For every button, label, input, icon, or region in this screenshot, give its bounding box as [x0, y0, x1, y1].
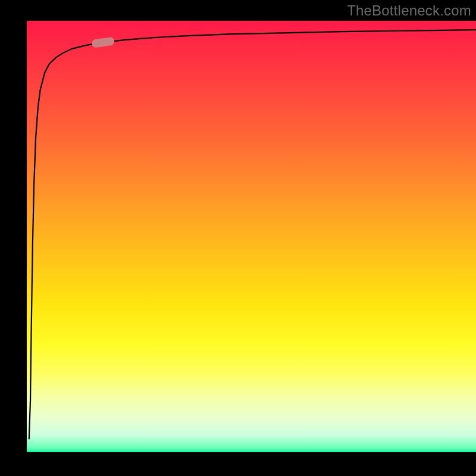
bottleneck-curve-path: [29, 30, 476, 439]
curve-svg: [27, 21, 476, 452]
plot-area: [27, 21, 476, 452]
watermark-text: TheBottleneck.com: [347, 2, 471, 19]
curve-marker: [92, 37, 115, 48]
chart-frame: TheBottleneck.com: [0, 0, 476, 476]
